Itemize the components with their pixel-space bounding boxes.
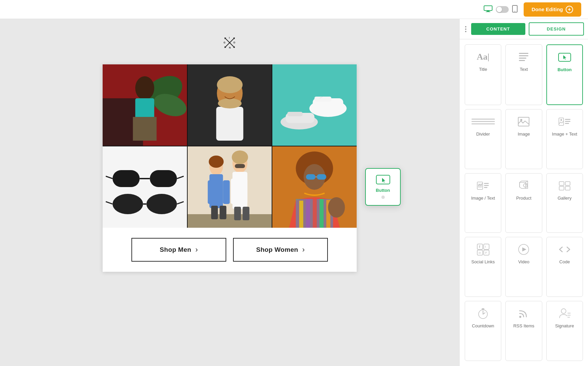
sidebar-tab-bar: CONTENT DESIGN bbox=[460, 19, 588, 39]
sidebar-menu-icon[interactable] bbox=[464, 25, 468, 34]
svg-rect-97 bbox=[565, 182, 570, 185]
block-item-social-links[interactable]: f t in P Social Links bbox=[465, 237, 501, 297]
svg-rect-53 bbox=[211, 206, 218, 219]
block-item-image-text[interactable]: Image + Text bbox=[546, 109, 583, 169]
svg-rect-94 bbox=[484, 187, 487, 188]
title-icon: Aa| bbox=[477, 50, 489, 64]
grid-cell-woman bbox=[103, 64, 187, 146]
svg-rect-51 bbox=[208, 180, 214, 204]
block-countdown-label: Countdown bbox=[472, 323, 494, 328]
product-icon bbox=[518, 179, 530, 193]
svg-text:in: in bbox=[479, 251, 481, 255]
shop-women-label: Shop Women bbox=[256, 246, 298, 253]
svg-rect-81 bbox=[519, 60, 525, 61]
block-title-label: Title bbox=[479, 67, 487, 72]
block-item-product[interactable]: Product bbox=[505, 173, 542, 233]
logo-area: I G O N bbox=[216, 29, 243, 58]
svg-rect-92 bbox=[484, 183, 489, 184]
block-code-label: Code bbox=[559, 259, 570, 264]
shop-women-arrow-icon: › bbox=[302, 245, 305, 254]
svg-text:I: I bbox=[229, 37, 230, 39]
block-item-text[interactable]: Text bbox=[505, 44, 542, 105]
svg-rect-59 bbox=[240, 179, 247, 204]
preview-toggle[interactable] bbox=[496, 6, 509, 13]
svg-rect-96 bbox=[559, 182, 564, 185]
shop-women-button[interactable]: Shop Women › bbox=[233, 238, 328, 262]
grid-cell-man bbox=[188, 64, 272, 146]
tab-content[interactable]: CONTENT bbox=[471, 23, 525, 35]
block-item-divider[interactable]: Divider bbox=[465, 109, 501, 169]
block-image-label: Image bbox=[518, 131, 530, 137]
block-product-label: Product bbox=[516, 196, 531, 201]
divider-icon bbox=[468, 115, 498, 129]
done-editing-plus-icon: + bbox=[566, 6, 573, 13]
svg-point-62 bbox=[232, 150, 248, 164]
svg-point-86 bbox=[560, 119, 562, 121]
svg-text:G: G bbox=[224, 41, 226, 44]
code-icon bbox=[558, 242, 571, 257]
shop-men-button[interactable]: Shop Men › bbox=[131, 238, 226, 262]
svg-rect-74 bbox=[317, 174, 327, 180]
svg-point-115 bbox=[561, 309, 566, 313]
block-image-slash-text-label: Image / Text bbox=[471, 196, 495, 201]
svg-rect-113 bbox=[482, 308, 484, 309]
block-item-title[interactable]: Aa| Title bbox=[465, 44, 501, 105]
shop-men-arrow-icon: › bbox=[195, 245, 198, 254]
block-item-image-slash-text[interactable]: Image / Text bbox=[465, 173, 501, 233]
block-item-countdown[interactable]: Countdown bbox=[465, 301, 501, 361]
block-item-button[interactable]: Button bbox=[546, 44, 583, 105]
svg-marker-109 bbox=[522, 247, 526, 251]
svg-rect-69 bbox=[306, 199, 310, 228]
block-item-image[interactable]: Image bbox=[505, 109, 542, 169]
widget-label: Button bbox=[376, 188, 390, 193]
video-icon bbox=[518, 242, 530, 257]
image-slash-text-icon bbox=[477, 179, 489, 193]
countdown-icon bbox=[477, 306, 489, 321]
floating-button-widget[interactable]: Button bbox=[365, 168, 401, 206]
block-gallery-label: Gallery bbox=[558, 196, 571, 201]
done-editing-button[interactable]: Done Editing + bbox=[524, 2, 582, 17]
block-item-signature[interactable]: Signature bbox=[546, 301, 583, 361]
block-social-links-label: Social Links bbox=[471, 259, 495, 264]
svg-rect-36 bbox=[112, 170, 140, 187]
desktop-icon[interactable] bbox=[484, 5, 492, 14]
svg-point-55 bbox=[209, 156, 224, 168]
svg-rect-80 bbox=[519, 58, 526, 59]
svg-rect-99 bbox=[565, 186, 570, 190]
widget-drag-handle bbox=[381, 196, 385, 199]
tab-design-label: DESIGN bbox=[547, 26, 566, 32]
block-signature-label: Signature bbox=[555, 323, 574, 328]
svg-rect-70 bbox=[313, 199, 317, 228]
svg-point-26 bbox=[218, 98, 241, 108]
button-block-icon bbox=[558, 50, 571, 64]
svg-point-84 bbox=[520, 119, 522, 121]
svg-rect-60 bbox=[234, 207, 241, 220]
mobile-icon[interactable] bbox=[512, 5, 518, 14]
image-text-icon bbox=[558, 115, 571, 129]
tab-design[interactable]: DESIGN bbox=[529, 22, 584, 36]
canvas-area: I G O N bbox=[0, 19, 459, 366]
svg-text:f: f bbox=[479, 245, 480, 249]
widget-button-icon bbox=[376, 175, 390, 186]
svg-rect-47 bbox=[188, 146, 272, 214]
svg-point-95 bbox=[526, 184, 527, 185]
svg-rect-0 bbox=[484, 6, 492, 11]
gallery-icon bbox=[558, 179, 571, 193]
block-item-gallery[interactable]: Gallery bbox=[546, 173, 583, 233]
brand-logo-icon: I G O N bbox=[216, 29, 243, 56]
svg-text:O: O bbox=[233, 41, 235, 44]
svg-rect-68 bbox=[299, 201, 303, 228]
email-content: Shop Men › Shop Women › bbox=[103, 64, 357, 272]
grid-cell-woman2 bbox=[272, 146, 357, 228]
block-item-video[interactable]: Video bbox=[505, 237, 542, 297]
svg-rect-48 bbox=[188, 214, 272, 228]
grid-cell-shoes bbox=[272, 64, 357, 146]
sidebar: CONTENT DESIGN Aa| Title bbox=[459, 19, 588, 366]
svg-text:t: t bbox=[485, 245, 486, 248]
canvas-relative: I G O N bbox=[103, 29, 357, 272]
block-item-rss[interactable]: RSS Items bbox=[505, 301, 542, 361]
svg-rect-102 bbox=[484, 244, 489, 249]
block-rss-label: RSS Items bbox=[513, 323, 534, 328]
block-item-code[interactable]: Code bbox=[546, 237, 583, 297]
image-icon bbox=[518, 115, 530, 129]
